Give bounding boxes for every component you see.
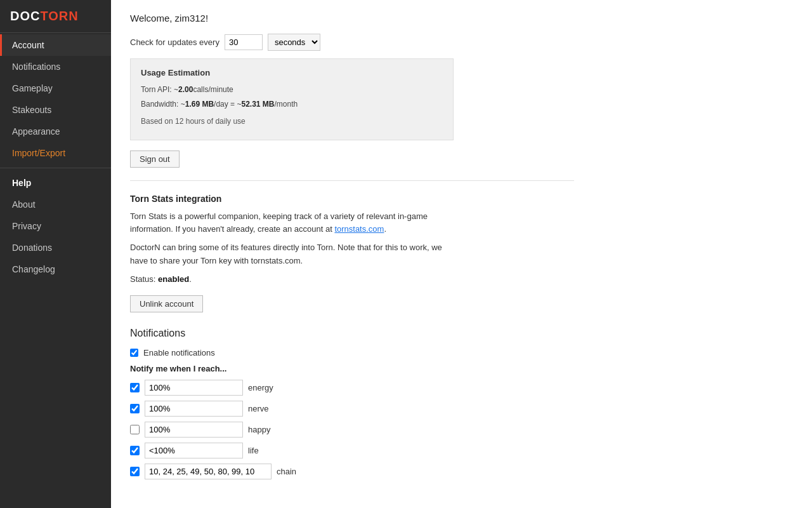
sidebar-item-help[interactable]: Help xyxy=(0,172,111,194)
sidebar-item-appearance[interactable]: Appearance xyxy=(0,121,111,142)
welcome-text: Welcome, zim312! xyxy=(130,13,793,23)
logo-text: DOCTORN xyxy=(10,9,79,23)
notify-energy-label: energy xyxy=(248,383,273,392)
status-row: Status: enabled. xyxy=(130,274,793,284)
notify-happy-label: happy xyxy=(248,425,270,434)
notify-happy-checkbox[interactable] xyxy=(130,425,140,434)
notify-energy-row: energy xyxy=(130,380,793,396)
notify-energy-input[interactable] xyxy=(145,380,243,396)
check-updates-input[interactable] xyxy=(225,34,263,50)
notifications-title: Notifications xyxy=(130,328,793,339)
notify-life-label: life xyxy=(248,446,259,455)
notify-nerve-label: nerve xyxy=(248,404,269,413)
notify-chain-input[interactable] xyxy=(145,464,272,479)
sidebar-item-gameplay[interactable]: Gameplay xyxy=(0,77,111,99)
notify-nerve-row: nerve xyxy=(130,401,793,417)
torn-stats-desc2: DoctorN can bring some of its features d… xyxy=(130,241,454,268)
sidebar-item-stakeouts[interactable]: Stakeouts xyxy=(0,99,111,121)
logo[interactable]: DOCTORN xyxy=(0,0,111,33)
notify-energy-checkbox[interactable] xyxy=(130,383,140,392)
sidebar-item-changelog[interactable]: Changelog xyxy=(0,258,111,280)
usage-title: Usage Estimation xyxy=(141,68,443,77)
notify-nerve-input[interactable] xyxy=(145,401,243,417)
notify-life-row: life xyxy=(130,443,793,458)
torn-stats-desc1: Torn Stats is a powerful companion, keep… xyxy=(130,210,454,237)
notifications-section: Notifications Enable notifications Notif… xyxy=(130,328,793,479)
usage-box: Usage Estimation Torn API: ~2.00calls/mi… xyxy=(130,58,454,140)
sidebar-item-about[interactable]: About xyxy=(0,194,111,215)
main-nav: Account Notifications Gameplay Stakeouts… xyxy=(0,34,111,164)
status-value: enabled xyxy=(158,274,189,284)
sidebar-item-donations[interactable]: Donations xyxy=(0,237,111,258)
notify-life-checkbox[interactable] xyxy=(130,446,140,455)
sidebar-item-notifications[interactable]: Notifications xyxy=(0,56,111,77)
enable-notifications-row: Enable notifications xyxy=(130,348,793,358)
notify-when-label: Notify me when I reach... xyxy=(130,364,793,373)
usage-api-line: Torn API: ~2.00calls/minute xyxy=(141,84,443,96)
check-updates-row: Check for updates every seconds minutes xyxy=(130,34,793,51)
notify-chain-row: chain xyxy=(130,464,793,479)
usage-note: Based on 12 hours of daily use xyxy=(141,116,443,128)
nav-divider xyxy=(0,168,111,168)
sign-out-button[interactable]: Sign out xyxy=(130,150,180,168)
main-content: Welcome, zim312! Check for updates every… xyxy=(111,0,812,508)
unlink-account-button[interactable]: Unlink account xyxy=(130,295,203,312)
notify-nerve-checkbox[interactable] xyxy=(130,404,140,413)
notify-life-input[interactable] xyxy=(145,443,243,458)
sidebar: DOCTORN Account Notifications Gameplay S… xyxy=(0,0,111,508)
sidebar-item-privacy[interactable]: Privacy xyxy=(0,215,111,237)
check-updates-label: Check for updates every xyxy=(130,37,219,47)
help-nav: Help About Privacy Donations Changelog xyxy=(0,172,111,280)
seconds-select[interactable]: seconds minutes xyxy=(268,34,320,51)
notify-happy-input[interactable] xyxy=(145,422,243,438)
status-label: Status: xyxy=(130,274,158,284)
sidebar-item-importexport[interactable]: Import/Export xyxy=(0,142,111,164)
torn-stats-title: Torn Stats integration xyxy=(130,194,793,204)
enable-notifications-label: Enable notifications xyxy=(143,348,215,358)
sidebar-item-account[interactable]: Account xyxy=(0,34,111,56)
notify-chain-label: chain xyxy=(277,467,296,476)
usage-bandwidth-line: Bandwidth: ~1.69 MB/day = ~52.31 MB/mont… xyxy=(141,98,443,110)
notify-chain-checkbox[interactable] xyxy=(130,467,140,476)
notify-happy-row: happy xyxy=(130,422,793,438)
section-divider-1 xyxy=(130,180,574,181)
enable-notifications-checkbox[interactable] xyxy=(130,349,138,357)
tornstats-link[interactable]: tornstats.com xyxy=(334,224,384,234)
